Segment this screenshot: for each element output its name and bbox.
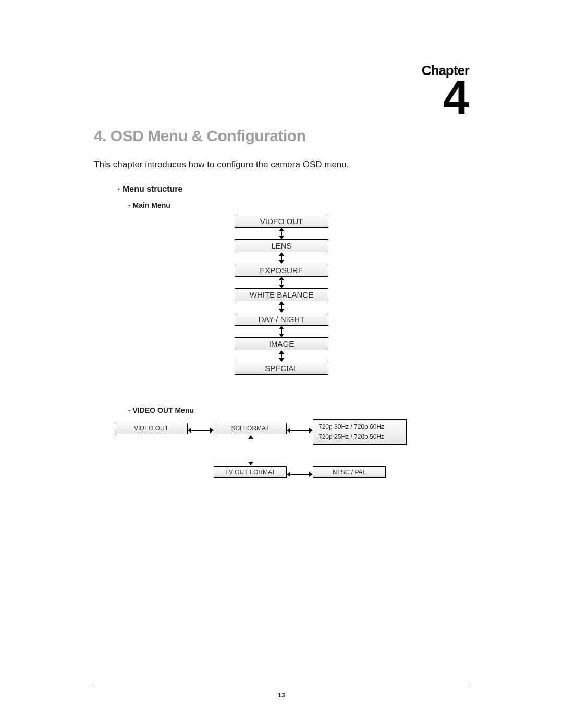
chapter-number: 4 [94,77,469,119]
menu-item-special: SPECIAL [235,362,328,375]
connector-vertical [248,435,253,465]
vo-tv-options: NTSC / PAL [313,466,386,478]
menu-item-image: IMAGE [235,337,328,350]
footer-rule [94,687,469,687]
connector-vertical [279,228,284,239]
connector-horizontal [188,428,214,433]
page-number: 13 [0,692,563,699]
vo-sdi-options: 720p 30Hz / 720p 60Hz 720p 25Hz / 720p 5… [313,419,407,445]
page-title: 4. OSD Menu & Configuration [94,127,469,145]
menu-item-exposure: EXPOSURE [235,264,328,277]
connector-vertical [279,301,284,313]
section-menu-structure: · Menu structure [118,184,469,194]
menu-item-lens: LENS [235,239,328,252]
connector-vertical [279,350,284,362]
connector-horizontal [287,428,313,433]
vo-root: VIDEO OUT [115,423,188,434]
bullet-dot: · [118,184,120,193]
connector-vertical [279,252,284,264]
vo-sdi-opt-line2: 720p 25Hz / 720p 50Hz [319,432,401,442]
vo-sdi-opt-line1: 720p 30Hz / 720p 60Hz [319,422,401,432]
vo-tv-out-format: TV OUT FORMAT [214,466,287,478]
connector-vertical [279,277,284,288]
connector-vertical [279,326,284,337]
video-out-heading: - VIDEO OUT Menu [128,406,469,414]
vo-sdi-format: SDI FORMAT [214,423,287,434]
main-menu-flow: VIDEO OUT LENS EXPOSURE WHITE BALANCE DA… [94,215,469,375]
section-title-text: Menu structure [123,184,183,193]
intro-text: This chapter introduces how to configure… [94,159,469,170]
video-out-flow: VIDEO OUT SDI FORMAT 720p 30Hz / 720p 60… [115,419,448,503]
menu-item-day-night: DAY / NIGHT [235,313,328,326]
menu-item-video-out: VIDEO OUT [235,215,328,228]
menu-item-white-balance: WHITE BALANCE [235,288,328,301]
connector-horizontal [287,472,313,477]
main-menu-heading: - Main Menu [128,201,469,209]
